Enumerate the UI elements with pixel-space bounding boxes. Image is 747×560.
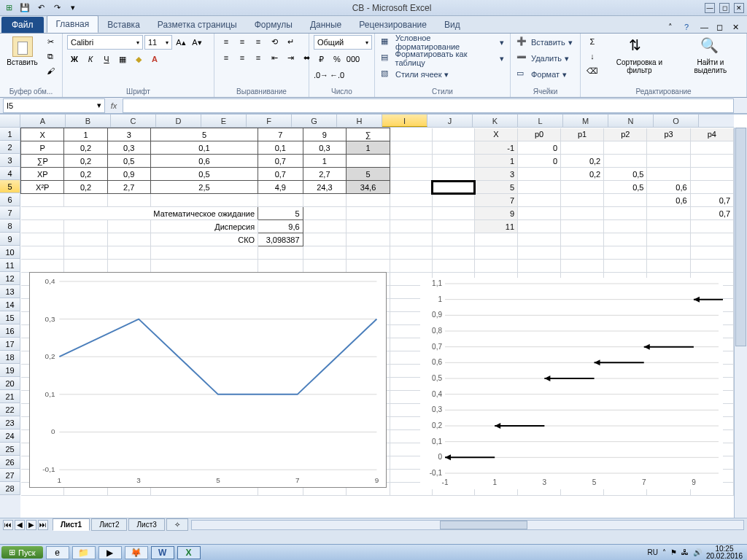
cell-I10[interactable] [432,246,474,260]
row-header-22[interactable]: 22 [0,403,20,416]
cell-N4[interactable] [647,168,690,181]
col-header-A[interactable]: A [20,114,66,127]
cell-K11[interactable] [518,260,561,273]
align-top-icon[interactable]: ≡ [219,35,233,48]
cell-M3[interactable] [604,155,647,168]
cell-F2[interactable]: 0,3 [303,141,347,155]
col-header-L[interactable]: L [518,114,563,127]
cell-F11[interactable] [303,260,347,273]
cell-K7[interactable] [518,207,561,220]
cell-D4[interactable]: 0,5 [150,168,258,181]
cell-B10[interactable] [64,246,107,260]
vertical-scrollbar[interactable] [734,128,747,518]
row-header-24[interactable]: 24 [0,429,20,443]
cell-grid[interactable]: X13579∑Xp0p1p2p3p4P0,20,30,10,10,31-10∑P… [20,128,734,518]
row-header-8[interactable]: 8 [0,219,20,233]
cell-M7[interactable] [604,207,647,220]
col-header-H[interactable]: H [337,114,382,127]
cell-L6[interactable] [561,194,604,207]
row-header-18[interactable]: 18 [0,351,20,364]
cell-N2[interactable] [647,141,690,155]
align-center-icon[interactable]: ≡ [235,51,249,64]
cell-L1[interactable]: p1 [561,128,604,141]
cell-D2[interactable]: 0,1 [150,141,258,155]
cell-J9[interactable] [475,233,518,246]
cell-B3[interactable]: 0,2 [64,155,107,168]
cell-J6[interactable]: 7 [475,194,518,207]
col-header-K[interactable]: K [473,114,518,127]
cell-A8[interactable] [21,220,64,233]
cell-J4[interactable]: 3 [475,168,518,181]
name-box[interactable]: I5▾ [3,98,105,113]
find-select-button[interactable]: 🔍 Найти и выделить [679,35,742,76]
cell-N8[interactable] [647,220,690,233]
cell-O3[interactable] [690,155,733,168]
cell-L8[interactable] [561,220,604,233]
align-right-icon[interactable]: ≡ [251,51,266,64]
cell-I5[interactable] [432,181,474,194]
ribbon-minimize-icon[interactable]: ˄ [668,23,678,33]
cell-I9[interactable] [432,233,474,246]
language-indicator[interactable]: RU [647,548,657,556]
row-header-3[interactable]: 3 [0,154,20,167]
row-header-15[interactable]: 15 [0,311,20,324]
sheet-tab-3[interactable]: Лист3 [128,518,164,531]
row-header-27[interactable]: 27 [0,469,20,482]
cell-G10[interactable] [347,246,390,260]
cell-I4[interactable] [432,168,474,181]
cell-G9[interactable] [347,233,390,246]
redo-icon[interactable]: ↷ [51,2,63,14]
undo-icon[interactable]: ↶ [35,2,47,14]
row-header-9[interactable]: 9 [0,233,20,246]
cell-L9[interactable] [561,233,604,246]
cell-A9[interactable] [21,233,64,246]
cell-H6[interactable] [390,194,432,207]
cell-L10[interactable] [561,246,604,260]
row-header-10[interactable]: 10 [0,246,20,259]
italic-button[interactable]: К [83,52,98,66]
cell-N6[interactable]: 0,6 [647,194,690,207]
maximize-button[interactable]: ◻ [719,3,729,13]
col-header-G[interactable]: G [292,114,337,127]
cell-C3[interactable]: 0,5 [107,155,150,168]
paste-button[interactable]: Вставить [4,35,40,68]
qat-dropdown-icon[interactable]: ▾ [67,2,79,14]
cell-G6[interactable] [347,194,390,207]
data-tab[interactable]: Данные [301,17,350,33]
cell-B9[interactable] [64,233,107,246]
cell-D10[interactable] [150,246,258,260]
cell-O9[interactable] [690,233,733,246]
cell-L2[interactable] [561,141,604,155]
decrease-font-icon[interactable]: A▾ [190,36,204,49]
cell-F1[interactable]: 9 [303,128,347,141]
col-header-F[interactable]: F [247,114,292,127]
clear-icon[interactable]: ⌫ [585,64,600,77]
tray-volume-icon[interactable]: 🔊 [693,548,702,556]
cell-H1[interactable] [390,128,432,141]
cell-I6[interactable] [432,194,474,207]
cell-B6[interactable] [64,194,107,207]
cell-M10[interactable] [604,246,647,260]
cell-C10[interactable] [107,246,150,260]
cell-F5[interactable]: 24,3 [303,181,347,194]
cell-A7[interactable] [21,207,64,220]
cell-O5[interactable] [690,181,733,194]
cell-F10[interactable] [303,246,347,260]
view-tab[interactable]: Вид [436,17,469,33]
cell-J10[interactable] [475,246,518,260]
cell-D7[interactable]: Математическое ожидание [150,207,258,220]
cell-B7[interactable] [64,207,107,220]
col-header-J[interactable]: J [427,114,473,127]
cell-G8[interactable] [347,220,390,233]
cell-H2[interactable] [390,141,432,155]
cell-M5[interactable]: 0,5 [604,181,647,194]
cell-A4[interactable]: XP [21,168,64,181]
cell-E6[interactable] [258,194,303,207]
cell-F8[interactable] [303,220,347,233]
col-header-B[interactable]: B [66,114,111,127]
file-tab[interactable]: Файл [1,17,44,33]
cell-K3[interactable]: 0 [518,155,561,168]
cell-A5[interactable]: X²P [21,181,64,194]
vscroll-thumb[interactable] [735,128,746,346]
cell-A10[interactable] [21,246,64,260]
